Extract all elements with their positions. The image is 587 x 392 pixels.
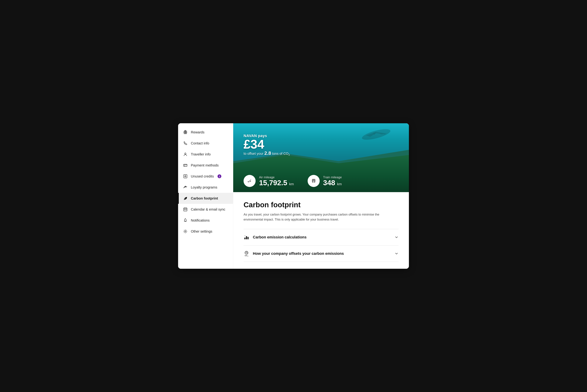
air-mileage-value: 15,792.5 km: [259, 179, 294, 186]
sidebar-item-carbon-footprint[interactable]: Carbon footprint: [178, 193, 233, 204]
air-mileage-unit: km: [289, 182, 294, 186]
sidebar-item-carbon-label: Carbon footprint: [191, 196, 218, 200]
sidebar-item-payment-methods[interactable]: Payment methods: [178, 160, 233, 171]
svg-point-18: [245, 251, 248, 254]
sidebar-item-rewards[interactable]: Rewards: [178, 127, 233, 138]
accordion-1-label: Carbon emission calculations: [253, 235, 307, 240]
svg-point-12: [313, 181, 313, 182]
sidebar-item-calendar-label: Calendar & email sync: [191, 208, 225, 212]
train-mileage-item: Train mileage 348 km: [308, 175, 342, 187]
mileage-row: Air mileage 15,792.5 km: [244, 175, 342, 187]
accordion-2-label: How your company offsets your carbon emi…: [253, 251, 344, 256]
air-mileage-details: Air mileage 15,792.5 km: [259, 176, 294, 186]
svg-point-13: [314, 181, 315, 182]
svg-rect-4: [184, 208, 187, 211]
card-icon: [183, 163, 188, 168]
chevron-down-icon-1: [394, 235, 399, 239]
svg-point-0: [185, 131, 186, 132]
train-mileage-label: Train mileage: [323, 176, 342, 179]
bell-icon: [183, 218, 188, 223]
sidebar-item-other-settings-label: Other settings: [191, 230, 212, 234]
main-content: NAVAN pays £34 to offset your 2.8 tons o…: [233, 123, 409, 269]
offset-amount: 2.8: [264, 150, 271, 156]
hero-section: NAVAN pays £34 to offset your 2.8 tons o…: [233, 123, 409, 192]
rewards-icon: [183, 130, 188, 135]
leaf-icon: [183, 196, 188, 201]
person-icon: [183, 152, 188, 157]
hero-offset-text: to offset your 2.8 tons of CO2: [244, 150, 290, 156]
sidebar-item-notifications[interactable]: Notifications: [178, 215, 233, 226]
svg-rect-16: [248, 237, 249, 239]
svg-point-10: [311, 178, 317, 184]
sidebar-item-traveller-info[interactable]: Traveller info: [178, 149, 233, 160]
svg-rect-17: [244, 236, 245, 236]
accordion-1-header[interactable]: Carbon emission calculations: [244, 234, 399, 240]
sidebar: Rewards Contact info Traveller info: [178, 123, 233, 269]
sidebar-item-rewards-label: Rewards: [191, 130, 204, 134]
gear-icon: [183, 229, 188, 234]
page-description: As you travel, your carbon footprint gro…: [244, 212, 399, 222]
offset-prefix: to offset your: [244, 152, 263, 156]
sidebar-item-loyalty-label: Loyalty programs: [191, 186, 217, 189]
hero-amount: £34: [244, 138, 290, 150]
app-container: Rewards Contact info Traveller info: [178, 123, 409, 269]
airplane-icon: [246, 178, 253, 184]
train-mileage-details: Train mileage 348 km: [323, 176, 342, 186]
co2-icon: CO 2: [244, 251, 249, 256]
train-mileage-circle: [308, 175, 320, 187]
svg-rect-14: [244, 238, 245, 239]
unused-credits-badge: 1: [218, 174, 221, 178]
sidebar-item-contact-info[interactable]: Contact info: [178, 138, 233, 149]
sidebar-item-traveller-info-label: Traveller info: [191, 152, 211, 156]
active-bar: [178, 193, 179, 204]
svg-text:2: 2: [248, 256, 248, 256]
page-title: Carbon footprint: [244, 201, 399, 209]
svg-point-7: [185, 231, 186, 232]
svg-rect-3: [184, 174, 187, 178]
train-icon: [311, 178, 317, 184]
accordion-company-offsets[interactable]: CO 2 How your company offsets your carbo…: [244, 246, 399, 262]
train-mileage-value: 348 km: [323, 179, 342, 186]
sidebar-item-unused-credits[interactable]: Unused credits 1: [178, 171, 233, 182]
svg-text:CO: CO: [245, 255, 247, 256]
air-mileage-circle: [244, 175, 256, 187]
bar-chart-icon: [244, 234, 249, 240]
svg-point-8: [361, 128, 391, 140]
sidebar-item-calendar[interactable]: Calendar & email sync: [178, 204, 233, 215]
chevron-down-icon-2: [394, 252, 399, 256]
offset-unit: tons of CO: [272, 152, 289, 156]
accordion-1-left: Carbon emission calculations: [244, 234, 307, 240]
air-mileage-label: Air mileage: [259, 176, 294, 179]
sidebar-item-contact-info-label: Contact info: [191, 141, 209, 145]
svg-rect-15: [246, 236, 247, 239]
content-panel: Carbon footprint As you travel, your car…: [233, 192, 409, 269]
sidebar-item-notifications-label: Notifications: [191, 218, 210, 222]
svg-point-1: [185, 153, 186, 154]
sidebar-item-loyalty-programs[interactable]: Loyalty programs: [178, 182, 233, 193]
svg-rect-6: [186, 210, 186, 210]
accordion-emission-calculations[interactable]: Carbon emission calculations: [244, 229, 399, 246]
accordion-2-header[interactable]: CO 2 How your company offsets your carbo…: [244, 251, 399, 256]
star-box-icon: [183, 174, 188, 179]
sidebar-item-other-settings[interactable]: Other settings: [178, 226, 233, 237]
train-mileage-unit: km: [337, 182, 342, 186]
plane-loyalty-icon: [183, 185, 188, 190]
sidebar-item-unused-credits-label: Unused credits: [191, 174, 214, 178]
svg-rect-2: [184, 164, 187, 166]
airplane-shadow-icon: [361, 128, 392, 140]
sidebar-item-payment-label: Payment methods: [191, 164, 219, 167]
calendar-icon: [183, 207, 188, 212]
hero-text-block: NAVAN pays £34 to offset your 2.8 tons o…: [244, 134, 290, 156]
accordion-2-left: CO 2 How your company offsets your carbo…: [244, 251, 344, 256]
phone-icon: [183, 141, 188, 146]
offset-sub: 2: [289, 154, 290, 156]
svg-rect-5: [184, 210, 185, 210]
air-mileage-item: Air mileage 15,792.5 km: [244, 175, 294, 187]
